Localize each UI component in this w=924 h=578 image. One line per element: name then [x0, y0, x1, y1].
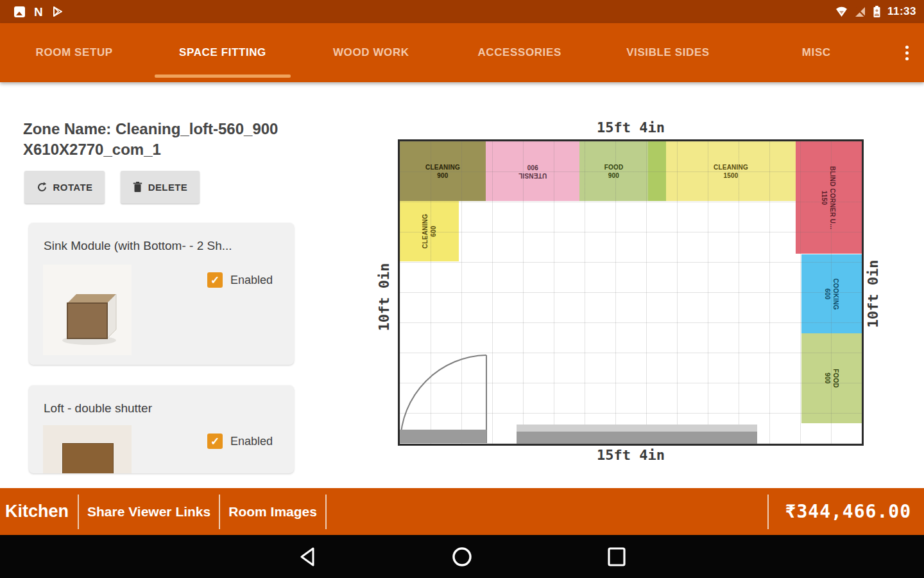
share-viewer-links-button[interactable]: Share Viewer Links: [79, 504, 219, 520]
tab-bar: ROOM SETUP SPACE FITTING WOOD WORK ACCES…: [0, 23, 924, 82]
play-icon: [52, 6, 64, 17]
module-thumbnail: [43, 425, 132, 473]
enabled-checkbox[interactable]: ✓: [207, 434, 223, 449]
zone-name-line1: Zone Name: Cleaning_loft-560_900: [23, 119, 325, 139]
wifi-icon: [835, 6, 848, 17]
n-icon: N: [34, 6, 43, 18]
floor-plan[interactable]: CLEANING900 UTENSIL900 FOOD900 CLEANING1…: [398, 139, 864, 446]
trash-icon: [133, 182, 142, 193]
module-card-sink[interactable]: Sink Module (with Bottom- - 2 Sh... ✓ En…: [29, 223, 294, 365]
zone-cooking-600[interactable]: COOKING600: [801, 254, 862, 333]
clock: 11:33: [887, 5, 916, 18]
tab-visible-sides[interactable]: VISIBLE SIDES: [594, 23, 742, 82]
zone-cleaning-900-top[interactable]: CLEANING900: [400, 141, 486, 201]
tab-wood-work[interactable]: WOOD WORK: [297, 23, 445, 82]
enabled-label: Enabled: [230, 435, 273, 448]
rotate-button[interactable]: ROTATE: [24, 171, 105, 204]
zone-name-heading: Zone Name: Cleaning_loft-560_900 X610X27…: [23, 119, 325, 160]
plan-width-label-bottom: 15ft 4in: [398, 447, 864, 463]
no-signal-icon: [855, 6, 866, 17]
enabled-label: Enabled: [230, 274, 273, 287]
zone-utensil-900[interactable]: UTENSIL900: [486, 141, 579, 201]
app-screen: N 11:33 ROOM SETUP: [0, 0, 924, 578]
delete-button[interactable]: DELETE: [121, 171, 200, 204]
module-thumbnail: [43, 265, 132, 355]
zone-food-900-top[interactable]: FOOD900: [579, 141, 648, 201]
overflow-menu-button[interactable]: [891, 23, 924, 82]
module-card-loft[interactable]: Loft - double shutter ✓ Enabled: [29, 385, 294, 473]
kebab-icon: [905, 46, 909, 60]
zone-blind-corner-1150[interactable]: BLIND CORNER U...1150: [796, 141, 862, 254]
zone-name-line2: X610X2770_com_1: [23, 139, 325, 160]
tab-accessories[interactable]: ACCESSORIES: [445, 23, 594, 82]
tab-misc[interactable]: MISC: [742, 23, 891, 82]
zone-cleaning-1500[interactable]: CLEANING1500: [666, 141, 796, 201]
enabled-checkbox[interactable]: ✓: [207, 272, 223, 288]
module-title: Loft - double shutter: [44, 401, 284, 416]
zone-food-900-right[interactable]: FOOD900: [801, 333, 862, 423]
room-name-button[interactable]: Kitchen: [0, 502, 78, 521]
notification-icons: N: [0, 6, 64, 18]
divider: [325, 495, 327, 529]
divider: [767, 495, 769, 529]
android-nav-bar: [0, 535, 924, 578]
gallery-icon: [14, 6, 25, 17]
divider: [78, 495, 79, 529]
plan-height-label-right: 10ft 0in: [865, 249, 881, 339]
room-images-button[interactable]: Room Images: [220, 504, 325, 520]
plan-height-label-left: 10ft 0in: [376, 252, 392, 342]
plan-width-label-top: 15ft 4in: [398, 119, 864, 136]
rotate-icon: [37, 182, 47, 193]
system-status-icons: 11:33: [835, 5, 924, 18]
tab-space-fitting[interactable]: SPACE FITTING: [148, 23, 296, 82]
divider: [219, 495, 220, 529]
battery-icon: [873, 6, 880, 17]
tab-room-setup[interactable]: ROOM SETUP: [0, 23, 148, 82]
zone-cleaning-600[interactable]: CLEANING600: [400, 201, 459, 261]
status-bar: N 11:33: [0, 0, 924, 23]
zone-unlabeled-strip[interactable]: [648, 141, 666, 201]
total-price: ₹344,466.00: [769, 501, 924, 522]
module-title: Sink Module (with Bottom- - 2 Sh...: [44, 239, 284, 253]
bottom-bar: Kitchen Share Viewer Links Room Images ₹…: [0, 488, 924, 535]
active-tab-underline: [155, 74, 290, 78]
home-button[interactable]: [451, 546, 473, 568]
recents-button[interactable]: [606, 547, 627, 567]
back-button[interactable]: [298, 547, 317, 567]
